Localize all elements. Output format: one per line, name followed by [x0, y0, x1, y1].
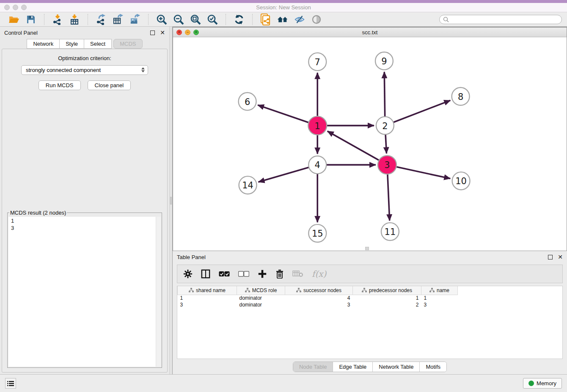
optimization-criterion-select[interactable]: strongly connected component	[21, 65, 148, 75]
list-icon	[7, 381, 14, 386]
memory-button[interactable]: Memory	[523, 378, 562, 389]
search-input[interactable]	[449, 17, 558, 22]
graph-edge-1-6[interactable]	[258, 105, 308, 122]
graph-edge-2-9[interactable]	[384, 72, 385, 117]
function-builder-icon[interactable]: f(x)	[312, 269, 326, 279]
table-cell[interactable]: 4	[285, 295, 353, 301]
canvas-resize-grip[interactable]	[365, 247, 369, 250]
select-spinner-icon	[140, 66, 146, 74]
graph-node-10[interactable]: 10	[452, 172, 470, 190]
graph-edge-3-11[interactable]	[388, 174, 390, 221]
clone-network-icon[interactable]	[260, 14, 271, 25]
show-column-selector-icon[interactable]	[201, 269, 210, 279]
graph-edge-4-14[interactable]	[258, 167, 309, 182]
svg-text:1: 1	[315, 121, 320, 131]
svg-text:15: 15	[312, 229, 323, 239]
tab-mcds[interactable]: MCDS	[113, 39, 142, 49]
table-row[interactable]: 1dominator411	[178, 295, 458, 301]
table-settings-gear-icon[interactable]	[183, 269, 193, 279]
tab-network[interactable]: Network	[27, 39, 60, 49]
graph-edge-3-1[interactable]	[328, 131, 379, 160]
table-panel: Table Panel ✕	[173, 251, 567, 374]
zoom-in-icon[interactable]	[156, 14, 167, 25]
table-cell[interactable]: 3	[285, 301, 353, 308]
graph-edge-2-8[interactable]	[393, 100, 450, 122]
tab-style[interactable]: Style	[60, 39, 84, 49]
show-panel-eye-icon[interactable]	[311, 14, 322, 25]
network-canvas[interactable]: 7968124314101511	[173, 37, 567, 251]
close-panel-button[interactable]: Close panel	[88, 80, 131, 90]
column-header-name[interactable]: name	[421, 286, 458, 295]
graph-node-6[interactable]: 6	[239, 93, 256, 110]
zoom-selected-icon[interactable]	[207, 14, 218, 25]
table-cell[interactable]: 3	[421, 301, 458, 308]
select-all-columns-icon[interactable]	[219, 271, 230, 277]
table-cell[interactable]: 1	[421, 295, 458, 301]
svg-text:9: 9	[381, 56, 387, 66]
import-table-icon[interactable]	[69, 14, 80, 25]
graph-node-15[interactable]: 15	[308, 224, 326, 242]
svg-text:7: 7	[315, 57, 320, 67]
table-cell[interactable]: 3	[178, 301, 237, 308]
column-header-shared-name[interactable]: shared name	[178, 286, 237, 295]
tab-network-table[interactable]: Network Table	[372, 362, 419, 372]
control-panel-float-icon[interactable]	[150, 30, 155, 35]
svg-text:2: 2	[382, 121, 388, 131]
node-table[interactable]: shared nameMCDS rolesuccessor nodesprede…	[177, 286, 563, 359]
hide-panel-eye-icon[interactable]	[294, 14, 305, 25]
delete-column-trash-icon[interactable]	[275, 269, 284, 279]
delete-table-icon[interactable]	[292, 270, 303, 278]
table-panel-float-icon[interactable]	[548, 255, 553, 259]
open-session-icon[interactable]	[8, 14, 19, 25]
control-panel-close-icon[interactable]: ✕	[160, 30, 165, 36]
home-networks-icon[interactable]	[277, 14, 288, 25]
node-table-header-row[interactable]: shared nameMCDS rolesuccessor nodesprede…	[178, 286, 458, 295]
graph-node-3[interactable]: 3	[378, 155, 396, 174]
graph-node-1[interactable]: 1	[308, 116, 327, 135]
graph-node-9[interactable]: 9	[375, 52, 393, 70]
graph-node-14[interactable]: 14	[239, 176, 257, 194]
graph-node-2[interactable]: 2	[376, 117, 394, 135]
panel-divider[interactable]	[169, 27, 173, 374]
mcds-result-text: 1 3	[8, 217, 156, 367]
zoom-out-icon[interactable]	[173, 14, 184, 25]
control-panel-tabs: Network Style Select MCDS	[0, 39, 169, 49]
table-cell[interactable]: 2	[353, 301, 421, 308]
tab-motifs[interactable]: Motifs	[419, 362, 446, 372]
graph-node-8[interactable]: 8	[452, 88, 470, 105]
table-cell[interactable]: 1	[353, 295, 421, 301]
graph-node-11[interactable]: 11	[381, 223, 399, 240]
column-header-successor-nodes[interactable]: successor nodes	[285, 286, 353, 295]
mcds-tab-content: Optimization criterion: strongly connect…	[2, 49, 168, 373]
column-header-predecessor-nodes[interactable]: predecessor nodes	[353, 286, 421, 295]
network-graph[interactable]: 7968124314101511	[173, 37, 567, 251]
export-table-icon[interactable]	[113, 14, 124, 25]
import-network-icon[interactable]	[52, 14, 63, 25]
divider-grip[interactable]	[170, 197, 172, 204]
tab-node-table[interactable]: Node Table	[293, 362, 333, 372]
tab-select[interactable]: Select	[84, 39, 112, 49]
graph-edge-2-3[interactable]	[385, 135, 386, 154]
table-row[interactable]: 3dominator323	[178, 301, 458, 308]
table-cell[interactable]: dominator	[237, 301, 285, 308]
tab-edge-table[interactable]: Edge Table	[333, 362, 372, 372]
refresh-layout-icon[interactable]	[234, 14, 245, 25]
export-network-icon[interactable]	[96, 14, 107, 25]
zoom-fit-icon[interactable]	[190, 14, 201, 25]
run-mcds-button[interactable]: Run MCDS	[39, 80, 81, 90]
node-table-body[interactable]: 1dominator4113dominator323	[178, 295, 458, 308]
save-session-icon[interactable]	[25, 14, 36, 25]
export-image-icon[interactable]	[129, 14, 140, 25]
column-header-MCDS-role[interactable]: MCDS role	[237, 286, 285, 295]
toolbar-separator	[252, 14, 253, 25]
task-history-button[interactable]	[5, 378, 16, 389]
create-column-plus-icon[interactable]	[258, 269, 267, 279]
table-panel-close-icon[interactable]: ✕	[558, 254, 563, 260]
result-scrollbar[interactable]	[156, 217, 161, 367]
table-cell[interactable]: 1	[178, 295, 237, 301]
table-cell[interactable]: dominator	[237, 295, 285, 301]
graph-edge-3-10[interactable]	[396, 167, 450, 179]
graph-node-7[interactable]: 7	[308, 53, 326, 71]
deselect-all-columns-icon[interactable]	[238, 271, 249, 277]
graph-node-4[interactable]: 4	[308, 156, 326, 174]
